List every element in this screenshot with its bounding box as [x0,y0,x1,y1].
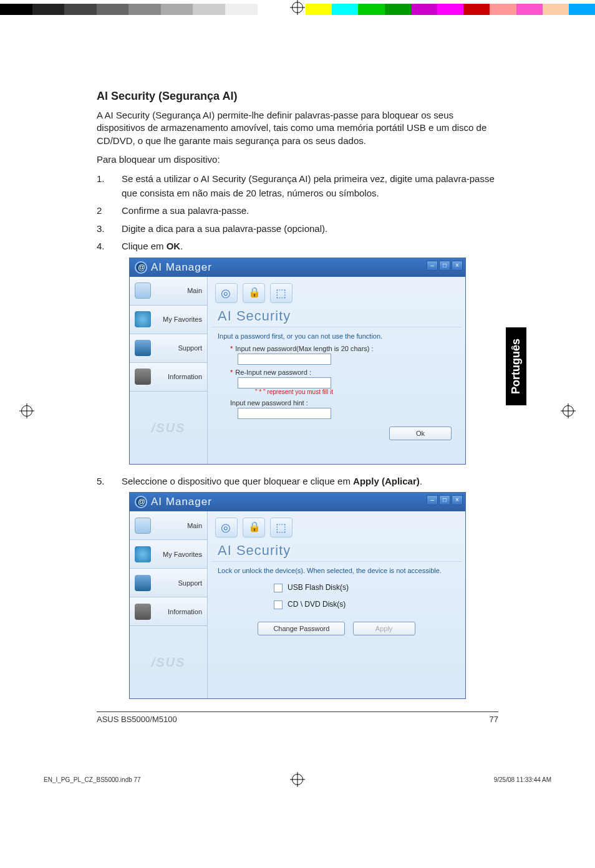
information-icon [135,604,151,620]
print-filename: EN_I_PG_PL_CZ_BS5000.indb 77 [44,776,292,783]
usb-option-row: USB Flash Disk(s) [211,579,462,596]
titlebar: AI Manager – □ × [130,493,465,511]
screenshot-ai-manager-password: AI Manager – □ × Main My Favorites Suppo… [129,258,466,465]
sidebar-item-favorites[interactable]: My Favorites [130,306,207,334]
sidebar-item-information[interactable]: Information [130,597,207,626]
close-button[interactable]: × [452,495,463,505]
maximize-button[interactable]: □ [439,261,450,271]
step-text: Confirme a sua palavra-passe. [122,204,249,218]
registration-mark-icon [292,2,303,13]
sidebar-item-label: My Favorites [163,316,202,323]
field-label: Re-Input new password : [235,369,311,376]
new-password-row: *Input new password(Max length is 20 cha… [230,345,443,365]
panel-title: AI Security [211,540,462,562]
sidebar-item-label: Information [168,608,202,615]
sidebar: Main My Favorites Support Information /S… [130,511,208,698]
step-number: 3. [97,222,122,236]
page-footer: ASUS BS5000/M5100 77 [97,712,498,724]
network-tool-icon[interactable] [270,518,293,538]
panel-subtitle: Input a password first, or you can not u… [211,331,462,345]
sidebar-item-label: Main [187,287,202,294]
app-title: AI Manager [151,496,212,508]
cd-option-row: CD \ DVD Disk(s) [211,596,462,613]
sidebar-item-main[interactable]: Main [130,277,207,306]
main-icon [135,518,151,534]
usb-checkbox[interactable] [274,584,283,592]
password-hint-input[interactable] [238,408,331,419]
support-icon [135,575,151,591]
step-text: Seleccione o dispositivo que quer bloque… [122,475,422,489]
option-label: CD \ DVD Disk(s) [288,600,346,609]
sidebar-item-label: My Favorites [163,551,202,558]
field-label: Input new password hint : [230,399,308,407]
disc-tool-icon[interactable] [215,518,238,538]
information-icon [135,369,151,385]
print-color-bar [0,0,595,15]
new-password-input[interactable] [238,354,331,365]
security-tool-icon[interactable] [243,283,265,303]
maximize-button[interactable]: □ [439,495,450,505]
reinput-password-input[interactable] [238,377,331,388]
toolbar [211,515,462,540]
disc-tool-icon[interactable] [215,283,238,303]
network-tool-icon[interactable] [270,283,293,303]
app-title: AI Manager [151,261,212,274]
step-text: Se está a utilizar o AI Security (Segura… [122,172,498,200]
footer-page-number: 77 [490,715,498,724]
steps-list: 1.Se está a utilizar o AI Security (Segu… [97,172,498,254]
brand-logo: /SUS [130,392,207,435]
sidebar-item-main[interactable]: Main [130,511,207,540]
titlebar: AI Manager – □ × [130,258,465,277]
favorites-icon [135,311,151,327]
footer-product: ASUS BS5000/M5100 [97,715,177,724]
sidebar-item-support[interactable]: Support [130,334,207,363]
sidebar-item-label: Support [178,344,202,352]
toolbar [211,281,462,306]
screenshot-ai-manager-devices: AI Manager – □ × Main My Favorites Suppo… [129,492,466,699]
security-tool-icon[interactable] [243,518,265,538]
panel-subtitle: Lock or unlock the device(s). When selec… [211,566,462,579]
sidebar-item-label: Main [187,522,202,529]
sidebar-item-information[interactable]: Information [130,363,207,392]
close-button[interactable]: × [452,261,463,271]
support-icon [135,340,151,356]
ok-button[interactable]: Ok [389,427,452,440]
section-heading: AI Security (Segurança AI) [97,90,498,103]
registration-mark-icon [292,774,303,785]
sidebar-item-label: Information [168,373,202,380]
reinput-password-row: *Re-Input new password : " * " represent… [230,369,443,395]
lead-line: Para bloquear um dispositivo: [97,153,498,166]
sidebar-item-support[interactable]: Support [130,569,207,597]
brand-logo: /SUS [130,626,207,670]
app-logo-icon [135,261,147,274]
step-number: 2 [97,204,122,218]
step-number: 1. [97,172,122,200]
minimize-button[interactable]: – [427,495,438,505]
password-hint-row: Input new password hint : [230,399,443,419]
change-password-button[interactable]: Change Password [258,622,345,635]
page-content: AI Security (Segurança AI) A AI Security… [0,15,595,749]
option-label: USB Flash Disk(s) [288,583,349,592]
steps-list-cont: 5. Seleccione o dispositivo que quer blo… [97,475,498,489]
cd-checkbox[interactable] [274,600,283,609]
step-text: Digite a dica para a sua palavra-passe (… [122,222,327,236]
main-icon [135,282,151,299]
app-logo-icon [135,496,147,508]
minimize-button[interactable]: – [427,261,438,271]
required-hint: " * " represent you must fill it [255,388,443,395]
print-metadata-footer: EN_I_PG_PL_CZ_BS5000.indb 77 9/25/08 11:… [0,774,595,798]
favorites-icon [135,546,151,562]
intro-paragraph: A AI Security (Segurança AI) permite-lhe… [97,109,498,147]
step-number: 4. [97,239,122,254]
field-label: Input new password(Max length is 20 char… [235,345,373,352]
panel-title: AI Security [211,306,462,327]
apply-button[interactable]: Apply [353,622,415,635]
sidebar: Main My Favorites Support Information /S… [130,277,208,464]
sidebar-item-favorites[interactable]: My Favorites [130,540,207,569]
step-text: Clique em OK. [122,239,183,254]
print-timestamp: 9/25/08 11:33:44 AM [303,776,551,783]
step-number: 5. [97,475,122,489]
sidebar-item-label: Support [178,579,202,587]
